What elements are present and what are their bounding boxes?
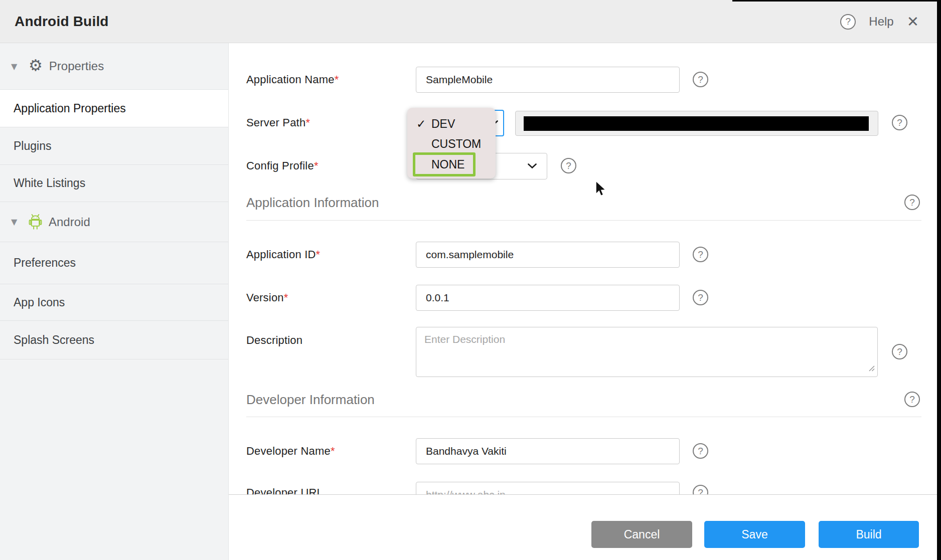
dropdown-option-dev[interactable]: ✓ DEV [407, 114, 496, 134]
screen-edge [937, 0, 941, 560]
description-textarea[interactable] [416, 327, 878, 377]
server-path-help-icon[interactable]: ? [892, 115, 907, 130]
screen-edge [732, 0, 937, 2]
build-button[interactable]: Build [819, 521, 919, 548]
collapse-triangle-icon: ▼ [11, 217, 22, 227]
developer-name-input[interactable] [416, 438, 680, 464]
check-icon: ✓ [416, 117, 426, 130]
application-information-heading: Application Information [246, 195, 379, 211]
form-panel: Application Name* ? Server Path* ? Confi… [229, 43, 937, 560]
sidebar-item-app-icons[interactable]: App Icons [0, 284, 228, 321]
application-id-help-icon[interactable]: ? [693, 247, 708, 262]
collapse-triangle-icon: ▼ [11, 62, 22, 71]
application-name-input[interactable] [416, 67, 680, 93]
sidebar-item-splash-screens[interactable]: Splash Screens [0, 321, 228, 359]
developer-name-label: Developer Name* [246, 445, 335, 458]
section-divider [246, 220, 921, 221]
server-path-label: Server Path* [246, 116, 310, 129]
dialog-footer: Cancel Save Build [229, 494, 937, 560]
sidebar-group-label: Properties [49, 59, 104, 73]
version-label: Version* [246, 291, 288, 304]
application-information-help-icon[interactable]: ? [904, 195, 920, 210]
server-path-url-input[interactable] [515, 111, 878, 136]
developer-information-heading: Developer Information [246, 392, 375, 408]
dropdown-option-none[interactable]: NONE [413, 152, 476, 176]
header-actions: ? Help ✕ [840, 0, 919, 43]
page-title: Android Build [15, 0, 109, 43]
application-name-help-icon[interactable]: ? [693, 72, 708, 87]
sidebar-item-preferences[interactable]: Preferences [0, 242, 228, 284]
cancel-button[interactable]: Cancel [591, 521, 692, 548]
dialog-header: Android Build ? Help ✕ [0, 0, 941, 43]
application-id-label: Application ID* [246, 248, 320, 261]
resize-grip-icon[interactable] [868, 365, 875, 374]
description-label: Description [246, 334, 302, 347]
sidebar-group-android[interactable]: ▼ Android [0, 202, 228, 242]
config-profile-help-icon[interactable]: ? [561, 158, 576, 173]
sidebar-item-plugins[interactable]: Plugins [0, 127, 228, 165]
server-path-dropdown-menu: ✓ DEV CUSTOM NONE [407, 108, 496, 178]
developer-information-help-icon[interactable]: ? [904, 392, 920, 407]
version-help-icon[interactable]: ? [693, 290, 708, 305]
application-id-input[interactable] [416, 242, 680, 268]
android-robot-icon [29, 214, 42, 230]
redacted-server-path-value [524, 116, 869, 131]
sidebar-group-properties[interactable]: ▼ ⚙ Properties [0, 43, 228, 90]
developer-name-help-icon[interactable]: ? [693, 443, 708, 459]
config-profile-label: Config Profile* [246, 159, 319, 172]
section-divider [246, 417, 921, 417]
mouse-cursor-icon [595, 180, 609, 201]
sidebar-item-application-properties[interactable]: Application Properties [0, 90, 228, 127]
version-input[interactable] [416, 285, 680, 311]
sidebar-group-label: Android [49, 215, 90, 229]
description-help-icon[interactable]: ? [892, 344, 907, 359]
dropdown-option-custom[interactable]: CUSTOM [407, 134, 496, 154]
help-link[interactable]: Help [869, 15, 893, 29]
sidebar-item-white-listings[interactable]: White Listings [0, 165, 228, 202]
save-button[interactable]: Save [704, 521, 805, 548]
chevron-down-icon [528, 162, 537, 171]
gear-icon: ⚙ [29, 58, 43, 73]
sidebar: ▼ ⚙ Properties Application Properties Pl… [0, 43, 229, 560]
application-name-label: Application Name* [246, 73, 339, 86]
help-icon[interactable]: ? [840, 14, 856, 30]
close-icon[interactable]: ✕ [907, 15, 919, 29]
android-build-dialog: Android Build ? Help ✕ ▼ ⚙ Properties Ap… [0, 0, 941, 560]
